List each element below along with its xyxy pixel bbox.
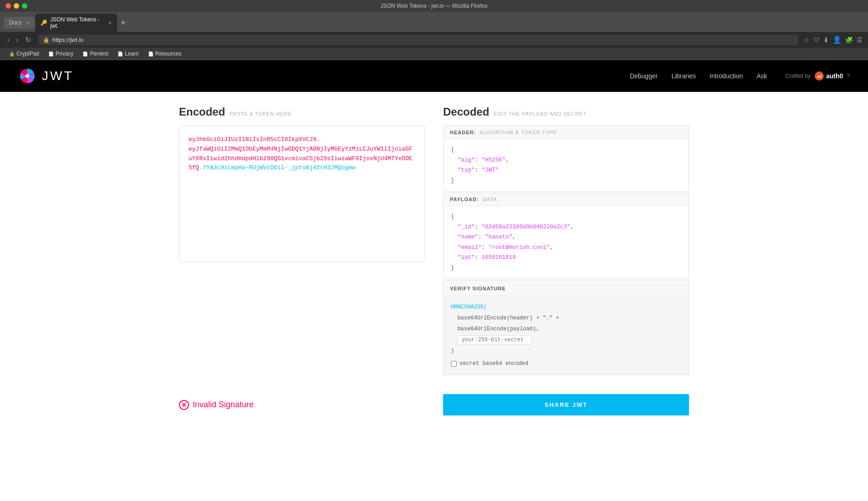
base64-checkbox[interactable] [451, 361, 457, 367]
payload-panel-content: { "_id": "62d58a22389d9b046220a2c3", "na… [444, 206, 689, 278]
verify-secret-input[interactable] [457, 335, 531, 344]
bookmark-cryptpad-label: CryptPad [16, 51, 39, 57]
svg-point-1 [26, 74, 29, 78]
invalid-signature: ✕ Invalid Signature [179, 394, 425, 415]
payload-panel-desc: DATA [483, 197, 497, 202]
bookmark-cryptpad[interactable]: 🔒 CryptPad [5, 50, 43, 58]
tab-jwt-close[interactable]: ✕ [108, 20, 112, 25]
nav-introduction[interactable]: Introduction [710, 72, 743, 80]
bookmark-resources-icon: 📄 [148, 51, 153, 56]
base64-checkbox-label: secret base64 encoded [460, 358, 528, 369]
verify-close: ) [451, 348, 454, 354]
tab-docs-label: Docs [9, 20, 21, 26]
encoded-token-box[interactable]: eyJhbGciOiJIUzI1NiIsInR5cCI6IkpXVCJ9.eyJ… [179, 126, 425, 262]
nav-ask[interactable]: Ask [756, 72, 767, 80]
crafted-text: Crafted by [786, 73, 811, 79]
tab-jwt-label: JSON Web Tokens - jwt. [50, 16, 103, 29]
verify-label: VERIFY SIGNATURE [450, 286, 506, 291]
verify-content: HMACSHA256( base64UrlEncode(header) + ".… [444, 296, 689, 374]
reload-button[interactable]: ↻ [23, 35, 33, 45]
minimize-button[interactable] [14, 3, 19, 9]
encoded-title: Encoded [179, 106, 225, 118]
window-title: JSON Web Tokens - jwt.io — Mozilla Firef… [381, 3, 488, 9]
payload-panel: PAYLOAD: DATA { "_id": "62d58a22389d9b04… [443, 192, 689, 279]
bookmark-learn-label: Learn [125, 51, 139, 57]
header-panel-desc: ALGORITHM & TOKEN TYPE [480, 130, 557, 135]
encoded-token-cyan: .7YA3c9iLmpHa-RUjWVtDOll-_jptoAj4IrH3JMQ… [199, 164, 355, 171]
auth0-logo[interactable]: a0 auth0 [814, 71, 843, 81]
site-logo[interactable]: JWT [18, 67, 74, 85]
verify-line1: base64UrlEncode(header) + "." + [457, 315, 559, 321]
menu-button[interactable]: ☰ [857, 36, 863, 44]
encoded-subtitle: PASTE A TOKEN HERE [230, 111, 292, 116]
bookmark-privacy[interactable]: 📄 Privacy [45, 50, 77, 58]
logo-text: JWT [42, 69, 74, 83]
maximize-button[interactable] [22, 3, 27, 9]
nav-libraries[interactable]: Libraries [671, 72, 696, 80]
new-tab-button[interactable]: + [117, 16, 129, 30]
bookmark-resources-label: Resources [155, 51, 181, 57]
tab-docs-close[interactable]: ✕ [26, 20, 30, 25]
bookmark-pentest[interactable]: 📄 Pentest [79, 50, 112, 58]
tab-docs[interactable]: Docs ✕ [4, 17, 35, 29]
auth0-name: auth0 [826, 72, 843, 80]
decoded-title: Decoded [443, 106, 489, 118]
payload-panel-label: PAYLOAD: [450, 197, 479, 202]
auth0-icon: a0 [814, 71, 824, 81]
back-button[interactable]: ‹ [5, 35, 11, 45]
bookmark-cryptpad-icon: 🔒 [9, 51, 15, 56]
verify-section: VERIFY SIGNATURE HMACSHA256( base64UrlEn… [443, 280, 689, 375]
decoded-subtitle: EDIT THE PAYLOAD AND SECRET [494, 111, 586, 116]
svg-text:a0: a0 [817, 74, 822, 79]
bookmark-pentest-label: Pentest [90, 51, 108, 57]
crafted-by-section: Crafted by a0 auth0 ? [786, 71, 850, 81]
header-panel: HEADER: ALGORITHM & TOKEN TYPE { "alg": … [443, 126, 689, 192]
close-button[interactable] [5, 3, 11, 9]
verify-line2: base64UrlEncode(payload), [457, 326, 539, 332]
firefox-account-button[interactable]: 👤 [832, 35, 842, 44]
encoded-section: Encoded PASTE A TOKEN HERE eyJhbGciOiJIU… [179, 106, 425, 376]
download-button[interactable]: ⬇ [823, 36, 829, 44]
header-panel-label: HEADER: [450, 130, 476, 135]
bookmark-learn-icon: 📄 [117, 51, 123, 56]
bookmark-pentest-icon: 📄 [82, 51, 88, 56]
bookmark-privacy-label: Privacy [56, 51, 73, 57]
help-icon[interactable]: ? [847, 73, 850, 79]
bookmark-learn[interactable]: 📄 Learn [114, 50, 143, 58]
forward-button[interactable]: › [14, 35, 20, 45]
bookmark-star-button[interactable]: ☆ [804, 36, 810, 44]
pocket-button[interactable]: 🛡 [813, 36, 820, 44]
tab-jwt[interactable]: 🔑 JSON Web Tokens - jwt. ✕ [35, 14, 117, 32]
invalid-signature-text: Invalid Signature [193, 400, 254, 410]
nav-debugger[interactable]: Debugger [630, 72, 658, 80]
extension-button[interactable]: 🧩 [845, 36, 853, 44]
invalid-icon: ✕ [179, 400, 189, 410]
url-display: https://jwt.io [52, 36, 794, 43]
site-navbar: JWT Debugger Libraries Introduction Ask … [0, 60, 868, 92]
share-jwt-button[interactable]: SHARE JWT [443, 394, 689, 415]
lock-icon: 🔒 [43, 37, 50, 43]
jwt-logo-icon [18, 67, 36, 85]
decoded-section: Decoded EDIT THE PAYLOAD AND SECRET HEAD… [443, 106, 689, 376]
header-panel-content: { "alg": "HS256", "typ": "JWT" } [444, 139, 689, 191]
verify-fn: HMACSHA256( [451, 304, 487, 310]
bookmark-resources[interactable]: 📄 Resources [144, 50, 185, 58]
bookmark-privacy-icon: 📄 [48, 51, 54, 56]
address-bar[interactable]: 🔒 https://jwt.io [38, 35, 798, 45]
